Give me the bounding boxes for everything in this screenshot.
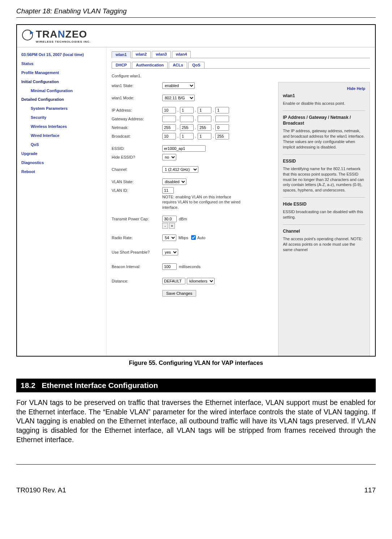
input-vlan-id[interactable] — [162, 187, 174, 194]
select-hide-essid[interactable]: no — [162, 154, 176, 160]
auto-label: Auto — [197, 236, 206, 240]
input-bc-c[interactable] — [198, 133, 211, 139]
body-paragraph: For VLAN tags to be preserved on traffic… — [16, 398, 376, 445]
select-radio-rate[interactable]: 54 — [162, 234, 176, 241]
label-gateway: Gateway Address: — [112, 117, 162, 121]
txpower-minus-button[interactable]: - — [162, 223, 168, 229]
label-distance: Distance: — [112, 279, 162, 283]
logo-text: TRANZEO — [36, 29, 87, 39]
dot: . — [194, 108, 198, 112]
input-nm-a[interactable] — [162, 124, 176, 131]
form-description: Configure wlan1. — [112, 74, 370, 78]
help-h-ip: IP Address / Gateway / Netmask / Broadca… — [283, 115, 365, 126]
save-button[interactable]: Save Changes — [162, 290, 196, 297]
sidebar-item-minimal[interactable]: Minimal Configuration — [21, 86, 102, 95]
logo-part-1: TRA — [36, 29, 58, 40]
input-nm-b[interactable] — [180, 124, 194, 131]
tab-auth[interactable]: Authentication — [132, 62, 168, 68]
sidebar-item-sysparams[interactable]: System Parameters — [21, 104, 102, 113]
footer-rule — [16, 464, 376, 465]
dot: . — [176, 125, 180, 130]
select-distance-unit[interactable]: kilometers — [187, 278, 215, 284]
txpower-plus-button[interactable]: + — [169, 223, 175, 229]
select-mode[interactable]: 802.11 B/G — [162, 95, 195, 101]
footer-page-number: 117 — [364, 486, 376, 494]
help-h-hide-essid: Hide ESSID — [283, 201, 365, 207]
vlan-note: NOTE: enabling VLAN on this interface re… — [162, 194, 245, 210]
header-rule — [16, 17, 376, 18]
sidebar-item-profile[interactable]: Profile Management — [21, 68, 102, 77]
brand-bar: TRANZEO WIRELESS TECHNOLOGIES INC. — [17, 25, 375, 47]
dot: . — [194, 134, 198, 138]
input-bc-a[interactable] — [162, 133, 176, 139]
label-beacon: Beacon Interval: — [112, 264, 162, 269]
sidebar-item-wired[interactable]: Wired Interface — [21, 131, 102, 140]
sidebar-item-diagnostics[interactable]: Diagnostics — [21, 158, 102, 167]
tab-wlan4[interactable]: wlan4 — [172, 51, 191, 58]
input-nm-c[interactable] — [198, 124, 211, 131]
checkbox-auto-rate[interactable] — [191, 235, 196, 240]
help-h-wlan1: wlan1 — [283, 93, 365, 99]
sidebar-item-wireless[interactable]: Wireless Interfaces — [21, 122, 102, 131]
input-ip-c[interactable] — [198, 107, 211, 113]
mbps-label: Mbps — [178, 236, 188, 240]
input-essid[interactable] — [162, 145, 206, 152]
sidebar-item-security[interactable]: Security — [21, 113, 102, 122]
tab-wlan3[interactable]: wlan3 — [152, 51, 171, 58]
input-txpower[interactable] — [162, 216, 177, 222]
label-broadcast: Broadcast: — [112, 134, 162, 138]
label-netmask: Netmask: — [112, 125, 162, 130]
tab-dhcp[interactable]: DHCP — [112, 62, 131, 68]
sidebar-item-reboot[interactable]: Reboot — [21, 167, 102, 176]
label-ip: IP Address: — [112, 108, 162, 112]
tab-acls[interactable]: ACLs — [169, 62, 187, 68]
logo-part-2: ZEO — [65, 29, 87, 40]
input-gw-c[interactable] — [198, 116, 211, 122]
label-txpower: Transmit Power Cap: — [112, 217, 162, 221]
input-ip-b[interactable] — [180, 107, 194, 113]
tabs-primary: wlan1 wlan2 wlan3 wlan4 — [112, 51, 370, 58]
tab-qos[interactable]: QoS — [188, 62, 204, 68]
section-title: Ethernet Interface Configuration — [42, 381, 158, 389]
dot: . — [211, 134, 215, 138]
select-channel[interactable]: 1 (2.412 GHz) — [162, 166, 198, 173]
input-gw-b[interactable] — [180, 116, 194, 122]
dot: . — [211, 108, 215, 112]
sidebar-item-qos[interactable]: QoS — [21, 140, 102, 149]
help-p-ip: The IP address, gateway address, netmask… — [283, 128, 365, 150]
input-gw-d[interactable] — [215, 116, 229, 122]
sidebar-time[interactable]: 03:56PM Oct 15, 2007 (local time) — [21, 50, 102, 59]
sidebar-section-initial: Initial Configuration — [21, 77, 102, 86]
hide-help-link[interactable]: Hide Help — [283, 86, 365, 91]
figure-caption: Figure 55. Configuring VLAN for VAP inte… — [16, 359, 376, 366]
input-bc-b[interactable] — [180, 133, 194, 139]
logo-swirl-icon — [22, 30, 33, 40]
help-h-essid: ESSID — [283, 158, 365, 164]
input-nm-d[interactable] — [215, 124, 229, 131]
dot: . — [211, 117, 215, 121]
help-p-essid: The identifying name for the 802.11 netw… — [283, 166, 365, 193]
section-heading: 18.2 Ethernet Interface Configuration — [16, 379, 376, 392]
label-radio-rate: Radio Rate: — [112, 236, 162, 240]
input-beacon[interactable] — [162, 263, 177, 270]
tab-wlan2[interactable]: wlan2 — [132, 51, 151, 58]
input-distance[interactable] — [162, 278, 185, 284]
sidebar-item-status[interactable]: Status — [21, 59, 102, 68]
label-state: wlan1 State: — [112, 83, 162, 88]
tab-wlan1[interactable]: wlan1 — [112, 51, 131, 58]
select-vlan-state[interactable]: disabled — [162, 178, 186, 185]
help-h-channel: Channel — [283, 228, 365, 234]
input-ip-a[interactable] — [162, 107, 176, 113]
sidebar: 03:56PM Oct 15, 2007 (local time) Status… — [17, 47, 107, 356]
main-area: wlan1 wlan2 wlan3 wlan4 DHCP Authenticat… — [107, 47, 375, 356]
dot: . — [176, 134, 180, 138]
select-state[interactable]: enabled — [162, 82, 195, 89]
input-bc-d[interactable] — [215, 133, 229, 139]
dot: . — [194, 125, 198, 130]
input-ip-d[interactable] — [215, 107, 229, 113]
select-preamble[interactable]: yes — [162, 249, 178, 255]
sidebar-item-upgrade[interactable]: Upgrade — [21, 149, 102, 158]
input-gw-a[interactable] — [162, 116, 176, 122]
label-mode: wlan1 Mode: — [112, 96, 162, 100]
txpower-unit: dBm — [179, 217, 187, 221]
